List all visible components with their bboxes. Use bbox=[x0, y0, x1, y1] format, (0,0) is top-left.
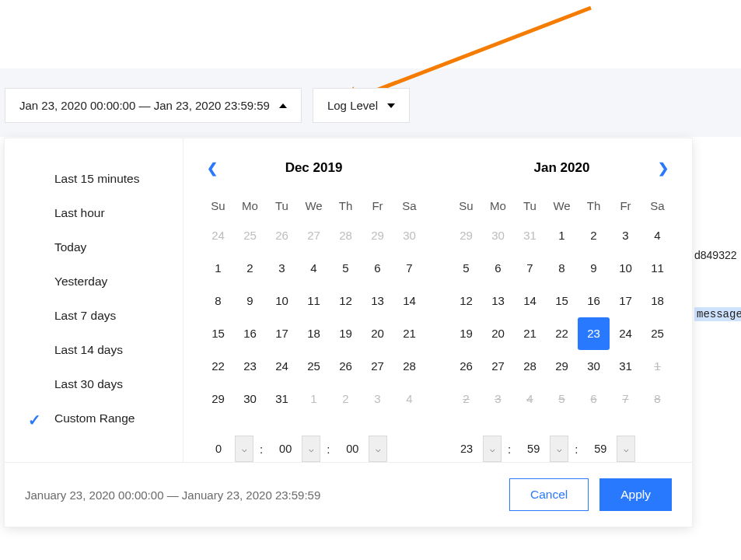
calendar-day[interactable]: 21 bbox=[514, 317, 546, 350]
calendar-day[interactable]: 23 bbox=[234, 350, 266, 383]
calendar-day[interactable]: 7 bbox=[514, 252, 546, 285]
calendar-day[interactable]: 12 bbox=[450, 285, 482, 317]
calendar-day[interactable]: 11 bbox=[298, 285, 330, 317]
calendar-day[interactable]: 13 bbox=[362, 285, 393, 317]
calendar-day[interactable]: 30 bbox=[234, 383, 266, 415]
calendar-day[interactable]: 12 bbox=[330, 285, 362, 317]
date-range-popover: Last 15 minutesLast hourTodayYesterdayLa… bbox=[5, 138, 692, 527]
calendar-day[interactable]: 16 bbox=[234, 317, 266, 350]
calendar-day[interactable]: 26 bbox=[450, 350, 482, 383]
calendar-day[interactable]: 31 bbox=[266, 383, 298, 415]
preset-item[interactable]: ✓Custom Range bbox=[5, 401, 183, 436]
chevron-down-icon[interactable]: ⌵ bbox=[235, 436, 253, 462]
calendar-right-grid: SuMoTuWeThFrSa29303112345678910111213141… bbox=[450, 193, 673, 415]
calendar-day: 29 bbox=[362, 219, 393, 252]
calendar-day[interactable]: 30 bbox=[578, 350, 610, 383]
calendar-day[interactable]: 15 bbox=[546, 285, 578, 317]
calendar-day[interactable]: 15 bbox=[202, 317, 234, 350]
calendar-day[interactable]: 18 bbox=[641, 285, 673, 317]
calendar-day[interactable]: 1 bbox=[546, 219, 578, 252]
calendar-day[interactable]: 17 bbox=[610, 285, 641, 317]
calendar-day[interactable]: 14 bbox=[393, 285, 425, 317]
chevron-down-icon[interactable]: ⌵ bbox=[302, 436, 320, 462]
chevron-down-icon[interactable]: ⌵ bbox=[369, 436, 387, 462]
chevron-down-icon[interactable]: ⌵ bbox=[483, 436, 502, 462]
start-m-input[interactable]: 00⌵ bbox=[269, 436, 320, 462]
calendar-right: Jan 2020 ❯ SuMoTuWeThFrSa293031123456789… bbox=[450, 160, 673, 462]
calendar-day[interactable]: 31 bbox=[610, 350, 641, 383]
chevron-down-icon[interactable]: ⌵ bbox=[550, 436, 568, 462]
preset-item[interactable]: Last 14 days bbox=[5, 333, 183, 367]
weekday-header: Sa bbox=[393, 193, 425, 219]
calendar-day[interactable]: 18 bbox=[298, 317, 330, 350]
calendar-day[interactable]: 29 bbox=[546, 350, 578, 383]
calendar-day[interactable]: 28 bbox=[393, 350, 425, 383]
calendar-day[interactable]: 23 bbox=[578, 317, 610, 350]
preset-item[interactable]: Last 30 days bbox=[5, 367, 183, 401]
calendar-day[interactable]: 27 bbox=[482, 350, 514, 383]
calendar-day[interactable]: 29 bbox=[202, 383, 234, 415]
start-s-value: 00 bbox=[336, 436, 369, 462]
calendar-day[interactable]: 25 bbox=[641, 317, 673, 350]
log-level-dropdown[interactable]: Log Level bbox=[313, 88, 410, 123]
calendar-day[interactable]: 20 bbox=[362, 317, 393, 350]
prev-month-button[interactable]: ❮ bbox=[207, 160, 218, 177]
calendar-day[interactable]: 25 bbox=[298, 350, 330, 383]
calendar-day[interactable]: 5 bbox=[450, 252, 482, 285]
calendar-day[interactable]: 14 bbox=[514, 285, 546, 317]
start-h-input[interactable]: 0⌵ bbox=[202, 436, 253, 462]
calendar-day[interactable]: 7 bbox=[393, 252, 425, 285]
calendar-day[interactable]: 2 bbox=[578, 219, 610, 252]
preset-item[interactable]: Yesterday bbox=[5, 264, 183, 299]
calendar-day[interactable]: 5 bbox=[330, 252, 362, 285]
calendar-day[interactable]: 8 bbox=[202, 285, 234, 317]
date-range-dropdown[interactable]: Jan 23, 2020 00:00:00 — Jan 23, 2020 23:… bbox=[5, 88, 302, 123]
calendar-day[interactable]: 2 bbox=[234, 252, 266, 285]
preset-label: Last 15 minutes bbox=[54, 172, 139, 185]
start-s-input[interactable]: 00⌵ bbox=[336, 436, 387, 462]
calendar-day[interactable]: 28 bbox=[514, 350, 546, 383]
preset-label: Custom Range bbox=[54, 411, 135, 425]
date-range-label: Jan 23, 2020 00:00:00 — Jan 23, 2020 23:… bbox=[19, 99, 270, 112]
preset-item[interactable]: Last 15 minutes bbox=[5, 162, 183, 196]
cancel-button[interactable]: Cancel bbox=[509, 478, 589, 511]
calendar-day[interactable]: 22 bbox=[202, 350, 234, 383]
calendar-day[interactable]: 13 bbox=[482, 285, 514, 317]
end-h-input[interactable]: 23⌵ bbox=[450, 436, 502, 462]
apply-button[interactable]: Apply bbox=[599, 478, 672, 511]
calendar-day[interactable]: 6 bbox=[482, 252, 514, 285]
calendar-day[interactable]: 10 bbox=[610, 252, 641, 285]
calendar-day[interactable]: 11 bbox=[641, 252, 673, 285]
calendar-day[interactable]: 16 bbox=[578, 285, 610, 317]
calendar-day[interactable]: 8 bbox=[546, 252, 578, 285]
calendar-day[interactable]: 10 bbox=[266, 285, 298, 317]
end-m-value: 59 bbox=[517, 436, 550, 462]
end-m-input[interactable]: 59⌵ bbox=[517, 436, 568, 462]
calendar-day[interactable]: 17 bbox=[266, 317, 298, 350]
calendar-day[interactable]: 19 bbox=[450, 317, 482, 350]
weekday-header: Mo bbox=[482, 193, 514, 219]
calendar-day[interactable]: 4 bbox=[298, 252, 330, 285]
calendar-day[interactable]: 20 bbox=[482, 317, 514, 350]
next-month-button[interactable]: ❯ bbox=[658, 160, 669, 177]
calendar-day[interactable]: 9 bbox=[578, 252, 610, 285]
calendar-day[interactable]: 22 bbox=[546, 317, 578, 350]
calendar-day: 3 bbox=[482, 383, 514, 415]
calendar-day[interactable]: 19 bbox=[330, 317, 362, 350]
preset-item[interactable]: Today bbox=[5, 230, 183, 264]
preset-item[interactable]: Last 7 days bbox=[5, 299, 183, 333]
preset-item[interactable]: Last hour bbox=[5, 196, 183, 230]
calendar-day[interactable]: 3 bbox=[266, 252, 298, 285]
end-s-input[interactable]: 59⌵ bbox=[584, 436, 635, 462]
calendar-day[interactable]: 27 bbox=[362, 350, 393, 383]
calendar-day[interactable]: 21 bbox=[393, 317, 425, 350]
calendar-day[interactable]: 6 bbox=[362, 252, 393, 285]
calendar-day[interactable]: 9 bbox=[234, 285, 266, 317]
chevron-down-icon[interactable]: ⌵ bbox=[617, 436, 635, 462]
calendar-day[interactable]: 24 bbox=[610, 317, 641, 350]
calendar-day[interactable]: 3 bbox=[610, 219, 641, 252]
calendar-day[interactable]: 1 bbox=[202, 252, 234, 285]
calendar-day[interactable]: 4 bbox=[641, 219, 673, 252]
calendar-day[interactable]: 24 bbox=[266, 350, 298, 383]
calendar-day[interactable]: 26 bbox=[330, 350, 362, 383]
